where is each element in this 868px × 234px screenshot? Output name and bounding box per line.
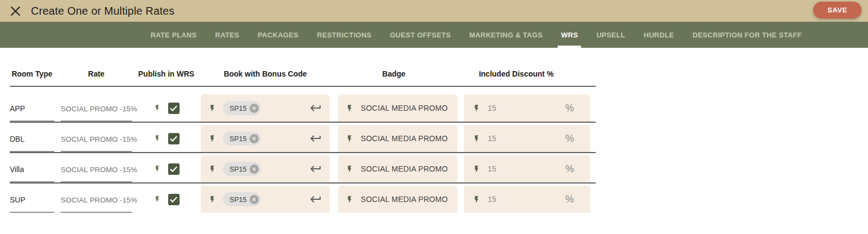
publish-in-wrs-cell bbox=[132, 94, 201, 122]
badge-input[interactable]: SOCIAL MEDIA PROMO bbox=[338, 94, 457, 122]
tab-label: HURDLE bbox=[643, 31, 674, 39]
enter-key-icon bbox=[309, 162, 322, 175]
badge-value: SOCIAL MEDIA PROMO bbox=[361, 165, 448, 173]
tab-label: GUEST OFFSETS bbox=[390, 31, 451, 39]
tab-label: WRS bbox=[561, 31, 578, 39]
chip-remove-icon[interactable]: ✕ bbox=[250, 134, 259, 143]
included-discount-input[interactable]: 15 % bbox=[464, 94, 590, 122]
tab-restrictions[interactable]: RESTRICTIONS bbox=[317, 22, 371, 48]
rate-field[interactable]: SOCIAL PROMO -15% bbox=[61, 188, 132, 213]
percent-suffix: % bbox=[565, 133, 574, 144]
badge-input[interactable]: SOCIAL MEDIA PROMO bbox=[338, 186, 457, 213]
bonus-code-chip[interactable]: SP15 ✕ bbox=[223, 131, 261, 146]
apply-to-all-bolt-icon[interactable] bbox=[346, 194, 354, 205]
discount-value: 15 bbox=[488, 134, 496, 143]
tab-upsell[interactable]: UPSELL bbox=[596, 22, 625, 48]
apply-to-all-bolt-icon[interactable] bbox=[346, 164, 354, 174]
bonus-code-input[interactable]: SP15 ✕ bbox=[201, 94, 330, 122]
bonus-code-chip[interactable]: SP15 ✕ bbox=[223, 162, 261, 176]
bonus-code-input[interactable]: SP15 ✕ bbox=[201, 125, 330, 152]
tab-label: PACKAGES bbox=[258, 31, 298, 39]
tab-wrs[interactable]: WRS bbox=[561, 22, 578, 48]
room-type-field[interactable]: SUP bbox=[10, 188, 54, 213]
bonus-code-input[interactable]: SP15 ✕ bbox=[201, 186, 330, 213]
apply-to-all-bolt-icon[interactable] bbox=[208, 194, 216, 205]
tab-marketing-tags[interactable]: MARKETING & TAGS bbox=[469, 22, 542, 48]
close-button[interactable] bbox=[7, 3, 23, 19]
apply-to-all-bolt-icon[interactable] bbox=[154, 134, 161, 143]
room-type-field[interactable]: DBL bbox=[10, 127, 54, 152]
table-row: Villa SOCIAL PROMO -15% SP15 ✕ bbox=[10, 153, 596, 184]
apply-to-all-bolt-icon[interactable] bbox=[154, 103, 161, 113]
column-header-included-discount: Included Discount % bbox=[464, 69, 590, 78]
save-button[interactable]: SAVE bbox=[813, 2, 861, 18]
badge-input[interactable]: SOCIAL MEDIA PROMO bbox=[338, 125, 457, 152]
apply-to-all-bolt-icon[interactable] bbox=[473, 103, 481, 113]
apply-to-all-bolt-icon[interactable] bbox=[473, 134, 481, 144]
apply-to-all-bolt-icon[interactable] bbox=[154, 194, 161, 204]
chip-remove-icon[interactable]: ✕ bbox=[250, 165, 259, 174]
enter-key-icon bbox=[309, 132, 322, 145]
column-header-publish-in-wrs: Publish in WRS bbox=[132, 69, 201, 78]
checkmark-icon bbox=[170, 136, 177, 142]
included-discount-input[interactable]: 15 % bbox=[464, 186, 590, 213]
tab-rates[interactable]: RATES bbox=[215, 22, 240, 48]
rate-field[interactable]: SOCIAL PROMO -15% bbox=[61, 97, 132, 122]
tab-label: MARKETING & TAGS bbox=[469, 31, 542, 39]
chip-label: SP15 bbox=[229, 165, 247, 173]
badge-value: SOCIAL MEDIA PROMO bbox=[361, 104, 448, 112]
chip-remove-icon[interactable]: ✕ bbox=[250, 104, 259, 113]
checkmark-icon bbox=[170, 197, 177, 203]
publish-checkbox[interactable] bbox=[168, 133, 180, 144]
badge-value: SOCIAL MEDIA PROMO bbox=[361, 134, 448, 143]
room-type-field[interactable]: APP bbox=[10, 97, 54, 122]
publish-checkbox[interactable] bbox=[168, 163, 180, 175]
badge-value: SOCIAL MEDIA PROMO bbox=[361, 195, 448, 204]
column-header-rate: Rate bbox=[61, 69, 132, 78]
badge-input[interactable]: SOCIAL MEDIA PROMO bbox=[338, 155, 457, 182]
apply-to-all-bolt-icon[interactable] bbox=[473, 194, 481, 205]
tab-label: UPSELL bbox=[596, 31, 625, 39]
apply-to-all-bolt-icon[interactable] bbox=[346, 103, 354, 113]
apply-to-all-bolt-icon[interactable] bbox=[208, 164, 216, 174]
table-row: DBL SOCIAL PROMO -15% SP15 ✕ bbox=[10, 123, 596, 153]
checkmark-icon bbox=[170, 166, 177, 172]
publish-in-wrs-cell bbox=[132, 125, 201, 152]
tab-label: RATES bbox=[215, 31, 240, 39]
tab-label: RATE PLANS bbox=[150, 31, 196, 39]
bonus-code-input[interactable]: SP15 ✕ bbox=[201, 155, 330, 182]
active-tab-indicator bbox=[558, 46, 581, 48]
percent-suffix: % bbox=[565, 103, 574, 114]
tab-guest-offsets[interactable]: GUEST OFFSETS bbox=[390, 22, 451, 48]
discount-value: 15 bbox=[488, 165, 496, 173]
publish-checkbox[interactable] bbox=[168, 194, 180, 205]
tab-description-for-the-staff[interactable]: DESCRIPTION FOR THE STAFF bbox=[692, 22, 802, 48]
column-header-book-with-bonus-code: Book with Bonus Code bbox=[201, 69, 330, 78]
bonus-code-chip[interactable]: SP15 ✕ bbox=[223, 192, 261, 206]
room-type-field[interactable]: Villa bbox=[10, 157, 54, 182]
chip-remove-icon[interactable]: ✕ bbox=[250, 195, 259, 204]
tab-hurdle[interactable]: HURDLE bbox=[643, 22, 674, 48]
apply-to-all-bolt-icon[interactable] bbox=[154, 164, 161, 174]
included-discount-input[interactable]: 15 % bbox=[464, 125, 590, 152]
tab-bar: RATE PLANS RATES PACKAGES RESTRICTIONS G… bbox=[0, 22, 868, 48]
apply-to-all-bolt-icon[interactable] bbox=[208, 134, 216, 144]
bonus-code-chip[interactable]: SP15 ✕ bbox=[223, 101, 261, 115]
apply-to-all-bolt-icon[interactable] bbox=[473, 164, 481, 174]
tab-packages[interactable]: PACKAGES bbox=[258, 22, 298, 48]
wrs-tab-content: Room Type Rate Publish in WRS Book with … bbox=[0, 69, 868, 213]
publish-in-wrs-cell bbox=[132, 186, 201, 213]
percent-suffix: % bbox=[565, 163, 574, 175]
apply-to-all-bolt-icon[interactable] bbox=[208, 103, 216, 113]
enter-key-icon bbox=[309, 102, 322, 115]
percent-suffix: % bbox=[565, 194, 574, 205]
publish-checkbox[interactable] bbox=[168, 103, 180, 114]
rate-field[interactable]: SOCIAL PROMO -15% bbox=[61, 157, 132, 182]
apply-to-all-bolt-icon[interactable] bbox=[346, 134, 354, 144]
included-discount-input[interactable]: 15 % bbox=[464, 155, 590, 182]
checkmark-icon bbox=[170, 105, 177, 111]
chip-label: SP15 bbox=[229, 104, 247, 112]
tab-label: RESTRICTIONS bbox=[317, 31, 371, 39]
rate-field[interactable]: SOCIAL PROMO -15% bbox=[61, 127, 132, 152]
tab-rate-plans[interactable]: RATE PLANS bbox=[150, 22, 196, 48]
